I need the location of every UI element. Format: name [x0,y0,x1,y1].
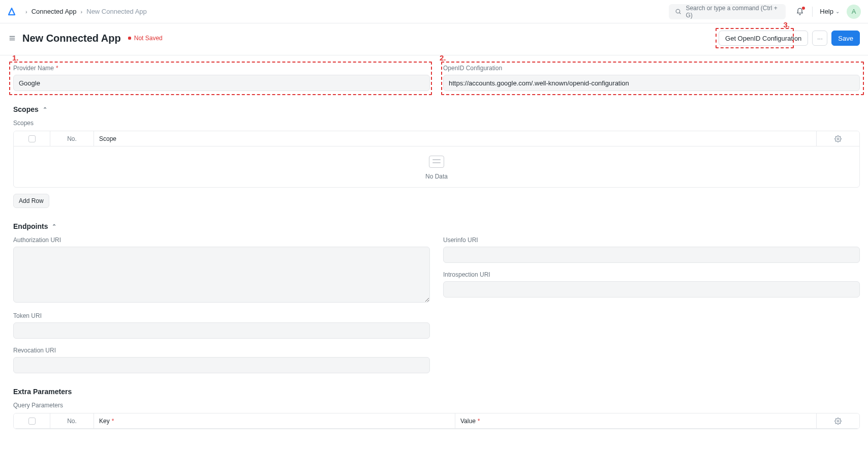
menu-icon [8,35,16,42]
query-params-header: No. Key * Value * [14,413,859,429]
query-params-header-checkbox-cell [14,413,50,428]
chevron-up-icon[interactable]: ⌃ [43,106,47,113]
provider-name-input[interactable] [13,75,430,91]
query-params-header-settings[interactable] [817,413,859,428]
breadcrumb-chevron-icon: › [81,9,83,15]
notification-dot-icon [802,7,805,10]
dots-horizontal-icon: ··· [817,35,823,42]
svg-line-1 [679,13,680,14]
scopes-header-checkbox-cell [14,131,50,146]
query-params-label: Query Parameters [13,402,860,409]
openid-config-field: OpenID Configuration [443,65,860,91]
authorization-uri-input[interactable] [13,247,430,303]
help-menu[interactable]: Help ⌄ [820,8,840,15]
provider-name-label-text: Provider Name [13,65,54,72]
query-params-header-no: No. [50,413,94,428]
page-header: New Connected App Not Saved 3. Get OpenI… [0,23,868,55]
breadcrumb-parent[interactable]: Connected App [32,8,77,15]
extra-params-section-header: Extra Parameters [13,388,860,396]
select-all-checkbox[interactable] [28,418,36,425]
provider-name-field: Provider Name * [13,65,430,91]
svg-point-6 [837,420,839,422]
app-logo-icon [7,7,16,16]
page-title: New Connected App [22,33,121,44]
endpoints-section-header: Endpoints ⌃ [13,222,860,230]
key-header-text: Key [99,418,110,425]
required-star-icon: * [478,418,480,425]
gear-icon [834,135,842,142]
status-badge: Not Saved [128,35,163,42]
required-star-icon: * [112,418,114,425]
scopes-header-scope: Scope [94,131,817,146]
add-row-button[interactable]: Add Row [13,194,49,208]
query-params-table: No. Key * Value * [13,413,860,429]
help-label: Help [820,8,833,15]
userinfo-uri-input[interactable] [443,247,860,263]
introspection-uri-label: Introspection URI [443,271,860,278]
global-search-input[interactable]: Search or type a command (Ctrl + G) [669,4,786,19]
chevron-down-icon: ⌄ [835,9,840,14]
divider [812,7,813,17]
token-uri-input[interactable] [13,322,430,339]
form-body: 1. 2. Provider Name * OpenID Configurati… [0,55,868,450]
sidebar-toggle-button[interactable] [8,35,17,42]
avatar[interactable]: A [847,5,861,19]
extra-params-title: Extra Parameters [13,388,72,396]
gear-icon [834,418,842,425]
endpoints-section-title: Endpoints [13,222,48,230]
breadcrumb-chevron-icon: › [25,9,27,15]
scopes-list-label: Scopes [13,120,860,127]
svg-point-5 [837,138,839,140]
scopes-table: No. Scope No Data [13,131,860,188]
chevron-up-icon[interactable]: ⌃ [52,223,56,230]
openid-config-label: OpenID Configuration [443,65,860,72]
empty-state-icon [429,156,444,168]
select-all-checkbox[interactable] [28,135,36,142]
scopes-section-title: Scopes [13,105,39,113]
breadcrumb-current: New Connected App [86,8,147,15]
notifications-button[interactable] [795,8,805,16]
revocation-uri-input[interactable] [13,357,430,373]
token-uri-label: Token URI [13,312,430,319]
search-icon [675,8,681,15]
save-button[interactable]: Save [831,31,860,46]
query-params-header-value: Value * [455,413,817,428]
avatar-initial: A [852,8,856,15]
get-openid-config-button[interactable]: Get OpenID Configuration [719,31,808,46]
scopes-table-header: No. Scope [14,131,859,146]
scopes-header-no: No. [50,131,94,146]
more-actions-button[interactable]: ··· [812,31,827,46]
search-placeholder-text: Search or type a command (Ctrl + G) [686,5,780,19]
introspection-uri-input[interactable] [443,281,860,298]
revocation-uri-label: Revocation URI [13,347,430,354]
scopes-table-empty: No Data [14,146,859,187]
openid-config-input[interactable] [443,75,860,91]
provider-name-label: Provider Name * [13,65,430,72]
userinfo-uri-label: Userinfo URI [443,236,860,244]
scopes-section-header: Scopes ⌃ [13,105,860,113]
value-header-text: Value [460,418,476,425]
authorization-uri-label: Authorization URI [13,236,430,244]
no-data-text: No Data [425,173,448,180]
query-params-header-key: Key * [94,413,455,428]
svg-point-0 [676,9,680,13]
topnav: › Connected App › New Connected App Sear… [0,0,868,23]
required-star-icon: * [56,65,58,72]
scopes-header-settings[interactable] [817,131,859,146]
